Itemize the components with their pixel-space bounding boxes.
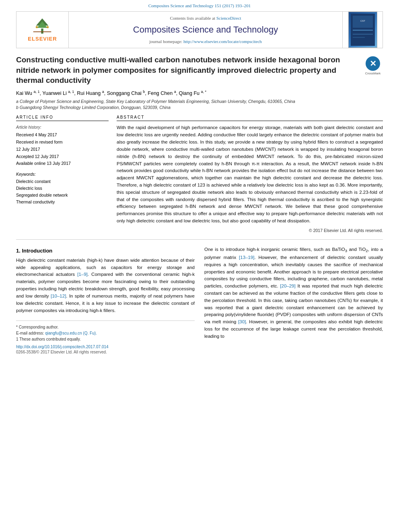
ref-30[interactable]: [30]	[238, 319, 246, 324]
article-info-col: ARTICLE INFO Article history: Received 4…	[16, 115, 109, 232]
main-content: Constructing conductive multi-walled car…	[16, 55, 383, 354]
footnotes: * Corresponding author. E-mail address: …	[16, 320, 195, 354]
revised-date: 12 July 2017	[16, 146, 109, 153]
section-divider	[16, 239, 383, 240]
ref-13-19[interactable]: [13–19]	[239, 255, 254, 260]
elsevier-logo: ELSEVIER	[28, 18, 57, 42]
article-info-label: ARTICLE INFO	[16, 115, 109, 121]
sciencedirect-link[interactable]: ScienceDirect	[216, 16, 241, 21]
article-info-abstract: ARTICLE INFO Article history: Received 4…	[16, 115, 383, 232]
corresponding-note: * Corresponding author.	[16, 324, 195, 330]
crossmark-circle: ✕	[366, 56, 380, 71]
intro-paragraph-2: One is to introduce high-k inorganic cer…	[204, 246, 383, 340]
section-number: 1.	[16, 248, 21, 254]
available-online: Available online 13 July 2017	[16, 160, 109, 167]
article-title: Constructing conductive multi-walled car…	[16, 55, 363, 86]
affiliation-b: b Guangdong Shengyi Technology Limited C…	[16, 105, 383, 111]
ref-1-9[interactable]: [1–9]	[77, 272, 88, 277]
svg-text:CST: CST	[360, 20, 365, 22]
svg-rect-9	[353, 30, 373, 31]
cover-svg: CST	[351, 14, 375, 46]
journal-title: Composites Science and Technology	[133, 25, 278, 35]
keyword-3: Segregated double network	[16, 192, 109, 199]
accepted-date: Accepted 12 July 2017	[16, 154, 109, 160]
ref-20-29[interactable]: [20–29]	[280, 283, 295, 288]
copyright-line: © 2017 Elsevier Ltd. All rights reserved…	[117, 228, 383, 233]
abstract-label: ABSTRACT	[117, 115, 383, 121]
journal-homepage: journal homepage: http://www.elsevier.co…	[149, 39, 262, 44]
email-label: E-mail address:	[16, 331, 44, 335]
contents-available-line: Contents lists available at ScienceDirec…	[170, 16, 241, 21]
article-title-section: Constructing conductive multi-walled car…	[16, 55, 383, 86]
elsevier-tree-icon	[28, 18, 56, 36]
equal-contrib-note: 1 These authors contributed equally.	[16, 336, 195, 342]
svg-point-3	[36, 26, 38, 28]
ref-10-12[interactable]: [10–12]	[51, 294, 66, 298]
body-left: 1. Introduction High dielectric constant…	[16, 246, 195, 355]
keywords-list: Dielectric constant Dielectric loss Segr…	[16, 178, 109, 205]
keyword-4: Thermal conductivity	[16, 199, 109, 205]
abstract-col: ABSTRACT With the rapid development of h…	[117, 115, 383, 232]
body-content: 1. Introduction High dielectric constant…	[16, 246, 383, 355]
crossmark-badge[interactable]: ✕ CrossMark	[363, 56, 383, 75]
svg-rect-10	[353, 34, 373, 35]
history-label: Article history:	[16, 124, 109, 130]
affiliations: a College of Polymer Science and Enginee…	[16, 99, 383, 110]
article-history: Article history: Received 4 May 2017 Rec…	[16, 124, 109, 167]
homepage-url[interactable]: http://www.elsevier.com/locate/compscite…	[183, 39, 262, 44]
svg-rect-5	[33, 31, 51, 32]
received-revised-label: Received in revised form	[16, 139, 109, 146]
doi-line[interactable]: http://dx.doi.org/10.1016/j.compscitech.…	[16, 345, 195, 349]
journal-cover-thumbnail: CST	[342, 12, 383, 48]
journal-header-center: Contents lists available at ScienceDirec…	[69, 12, 342, 48]
section-title: Introduction	[22, 248, 52, 254]
crossmark-icon: ✕	[370, 59, 376, 68]
body-right: One is to introduce high-k inorganic cer…	[204, 246, 383, 355]
svg-rect-11	[353, 37, 365, 38]
keywords-label: Keywords:	[16, 172, 109, 177]
elsevier-logo-section: ELSEVIER	[16, 12, 69, 48]
keyword-1: Dielectric constant	[16, 178, 109, 185]
homepage-prefix: journal homepage:	[149, 39, 182, 44]
received-date: Received 4 May 2017	[16, 132, 109, 138]
keywords-section: Keywords: Dielectric constant Dielectric…	[16, 172, 109, 205]
authors-line: Kai Wu a, 1, Yuanwei Li a, 1, Rui Huang …	[16, 90, 383, 96]
top-journal-ref: Composites Science and Technology 151 (2…	[0, 0, 399, 10]
intro-paragraph-1: High dielectric constant materials (high…	[16, 257, 195, 314]
abstract-text: With the rapid development of high perfo…	[117, 124, 383, 224]
svg-point-4	[47, 26, 49, 28]
svg-rect-0	[41, 29, 43, 34]
intro-heading: 1. Introduction	[16, 248, 195, 254]
contents-text: Contents lists available at	[170, 16, 215, 21]
elsevier-wordmark: ELSEVIER	[28, 36, 57, 42]
journal-ref-text: Composites Science and Technology 151 (2…	[148, 3, 251, 8]
journal-header: ELSEVIER Contents lists available at Sci…	[16, 11, 383, 48]
keyword-2: Dielectric loss	[16, 185, 109, 192]
issn-line: 0266-3538/© 2017 Elsevier Ltd. All right…	[16, 350, 195, 354]
email-link[interactable]: qiangfu@scu.edu.cn (Q. Fu).	[45, 331, 97, 335]
affiliation-a: a College of Polymer Science and Enginee…	[16, 99, 383, 105]
cover-image: CST	[348, 12, 377, 48]
email-note: E-mail address: qiangfu@scu.edu.cn (Q. F…	[16, 330, 195, 336]
crossmark-label: CrossMark	[365, 72, 381, 75]
